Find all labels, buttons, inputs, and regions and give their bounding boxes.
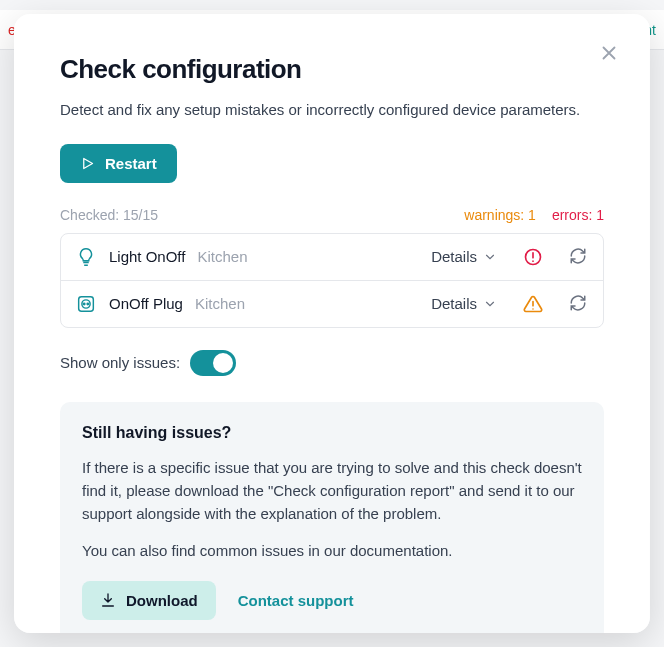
modal-subtitle: Detect and fix any setup mistakes or inc… (60, 99, 604, 122)
device-row: OnOff Plug Kitchen Details (61, 280, 603, 327)
help-title: Still having issues? (82, 424, 582, 442)
toggle-knob (213, 353, 233, 373)
device-location: Kitchen (197, 248, 247, 265)
show-issues-toggle[interactable] (190, 350, 236, 376)
device-location: Kitchen (195, 295, 245, 312)
close-icon (598, 42, 620, 64)
svg-rect-1 (79, 296, 94, 311)
play-icon (80, 156, 95, 171)
download-icon (100, 592, 116, 608)
device-row: Light OnOff Kitchen Details (61, 234, 603, 280)
toggle-label: Show only issues: (60, 354, 180, 371)
refresh-icon (569, 247, 587, 265)
device-name: Light OnOff (109, 248, 185, 265)
chevron-down-icon (483, 250, 497, 264)
warnings-count: warnings: 1 (464, 207, 536, 223)
refresh-button[interactable] (569, 247, 589, 267)
refresh-button[interactable] (569, 294, 589, 314)
plug-icon (75, 293, 97, 315)
device-list: Light OnOff Kitchen Details OnOff Plug K… (60, 233, 604, 328)
contact-support-link[interactable]: Contact support (238, 592, 354, 609)
restart-label: Restart (105, 155, 157, 172)
error-icon (523, 247, 543, 267)
restart-button[interactable]: Restart (60, 144, 177, 183)
lightbulb-icon (75, 246, 97, 268)
download-label: Download (126, 592, 198, 609)
warning-icon (523, 294, 543, 314)
help-card: Still having issues? If there is a speci… (60, 402, 604, 634)
modal-title: Check configuration (60, 54, 604, 85)
chevron-down-icon (483, 297, 497, 311)
details-toggle[interactable]: Details (431, 295, 497, 312)
download-button[interactable]: Download (82, 581, 216, 620)
details-toggle[interactable]: Details (431, 248, 497, 265)
filter-row: Show only issues: (60, 350, 604, 376)
checked-count: Checked: 15/15 (60, 207, 158, 223)
refresh-icon (569, 294, 587, 312)
device-name: OnOff Plug (109, 295, 183, 312)
svg-point-3 (83, 303, 84, 304)
svg-point-4 (87, 303, 88, 304)
errors-count: errors: 1 (552, 207, 604, 223)
stats-row: Checked: 15/15 warnings: 1 errors: 1 (60, 207, 604, 223)
help-body: If there is a specific issue that you ar… (82, 456, 582, 526)
close-button[interactable] (598, 42, 620, 68)
check-configuration-modal: Check configuration Detect and fix any s… (14, 14, 650, 633)
help-body: You can also find common issues in our d… (82, 539, 582, 562)
